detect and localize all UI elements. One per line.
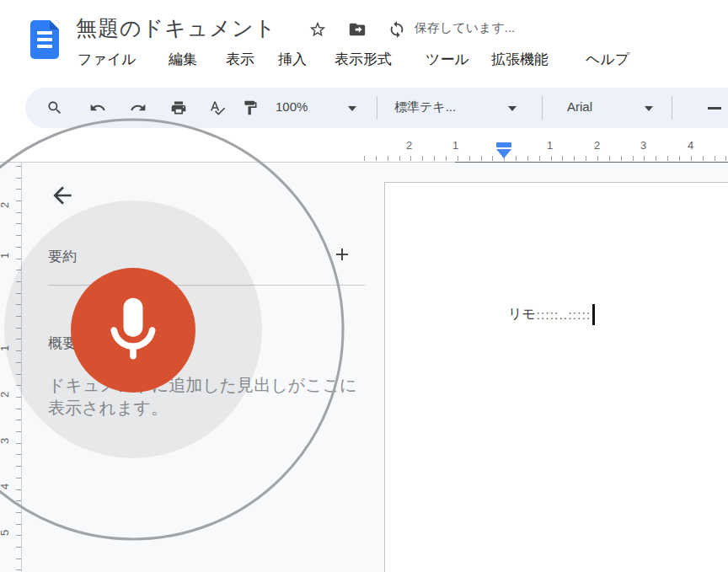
add-summary-icon[interactable] <box>332 244 352 265</box>
document-page[interactable]: リモ :::::..::::: <box>384 182 728 572</box>
folder-move-icon <box>348 20 367 39</box>
font-dropdown-icon[interactable] <box>645 106 653 111</box>
paint-format-icon[interactable] <box>242 99 259 116</box>
document-text: リモ <box>508 306 536 323</box>
decrease-font-size-icon[interactable] <box>708 107 721 110</box>
menu-edit[interactable]: 編集 <box>169 49 197 71</box>
toolbar-divider <box>377 96 377 120</box>
menu-tools[interactable]: ツール <box>426 49 469 71</box>
star-button[interactable] <box>307 19 329 40</box>
horizontal-ruler-ticks <box>364 156 728 161</box>
menu-extensions[interactable]: 拡張機能 <box>491 49 549 71</box>
styles-select[interactable]: 標準テキ... <box>394 99 456 115</box>
document-title-row: 無題のドキュメント <box>76 13 276 42</box>
toolbar-divider <box>542 96 543 120</box>
menu-format[interactable]: 表示形式 <box>335 49 392 71</box>
menu-view[interactable]: 表示 <box>226 49 254 71</box>
ruler-number: 2 <box>406 139 412 152</box>
ruler-number: 1 <box>452 139 458 152</box>
google-docs-logo[interactable] <box>30 20 59 59</box>
font-select[interactable]: Arial <box>567 99 592 114</box>
toolbar: 100% 標準テキ... Arial 1 <box>25 88 728 128</box>
ruler-number: 1 <box>0 253 11 259</box>
logo-fold <box>50 20 59 29</box>
zoom-dropdown-icon[interactable] <box>348 106 356 111</box>
save-status: 保存しています... <box>415 20 515 36</box>
star-icon <box>308 20 327 39</box>
ruler-number: 2 <box>0 392 11 398</box>
toolbar-divider <box>672 96 672 120</box>
ruler-number: 5 <box>0 530 11 536</box>
ruler-number: 2 <box>0 202 11 208</box>
document-title[interactable]: 無題のドキュメント <box>76 14 276 42</box>
search-icon[interactable] <box>46 99 63 116</box>
redo-icon[interactable] <box>130 99 147 116</box>
text-cursor <box>592 304 595 325</box>
styles-dropdown-icon[interactable] <box>508 106 517 111</box>
ime-composition-dots: :::::..::::: <box>537 308 592 322</box>
close-outline-back-icon[interactable] <box>49 182 76 209</box>
spellcheck-icon[interactable] <box>209 99 226 116</box>
document-text-line: リモ :::::..::::: <box>508 304 595 325</box>
move-button[interactable] <box>346 19 368 40</box>
ruler-number: 3 <box>640 139 646 152</box>
microphone-icon <box>94 291 172 369</box>
ruler-number: 4 <box>688 139 693 152</box>
undo-icon[interactable] <box>89 99 106 116</box>
menu-file[interactable]: ファイル <box>78 49 136 71</box>
ruler-number: 1 <box>547 139 553 152</box>
left-indent-marker[interactable] <box>496 149 511 158</box>
ruler-number: 3 <box>0 438 11 444</box>
ruler-number: 4 <box>0 484 11 489</box>
print-icon[interactable] <box>170 99 187 116</box>
voice-typing-mic-button[interactable] <box>71 268 195 393</box>
sync-icon <box>388 20 406 39</box>
sync-status-button[interactable] <box>386 19 408 40</box>
menu-help[interactable]: ヘルプ <box>586 49 629 71</box>
menu-insert[interactable]: 挿入 <box>278 49 307 71</box>
zoom-select[interactable]: 100% <box>276 99 308 114</box>
ruler-number: 2 <box>594 139 600 152</box>
first-line-indent-marker[interactable] <box>496 142 511 147</box>
